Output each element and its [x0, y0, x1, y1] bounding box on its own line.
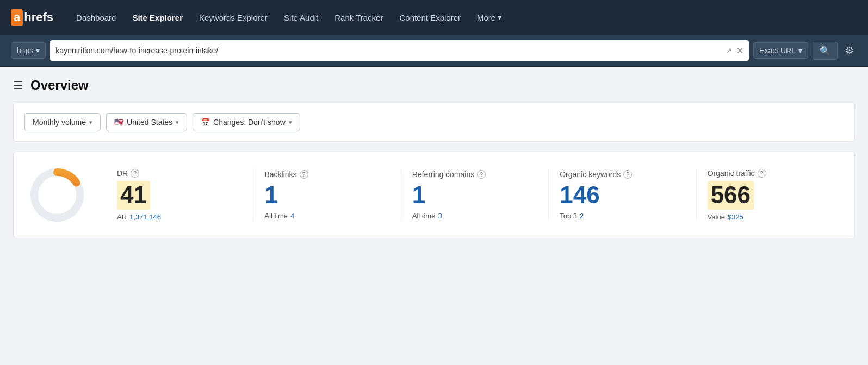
protocol-chevron: ▾ — [36, 46, 40, 55]
changes-chevron: ▾ — [289, 119, 292, 126]
backlinks-sub-value[interactable]: 4 — [290, 212, 294, 220]
monthly-volume-chevron: ▾ — [89, 119, 92, 126]
dr-help-icon[interactable]: ? — [131, 169, 139, 178]
country-label: United States — [127, 118, 172, 127]
dr-sub: AR 1,371,146 — [117, 213, 242, 221]
dr-sub-label: AR — [117, 213, 127, 221]
nav-content-explorer[interactable]: Content Explorer — [392, 9, 468, 27]
referring-domains-label: Referring domains ? — [412, 170, 537, 179]
url-input-wrap: ↗ ✕ — [50, 40, 749, 61]
nav-more[interactable]: More ▾ — [469, 8, 510, 27]
organic-traffic-sub-label: Value — [708, 213, 725, 221]
nav-site-audit[interactable]: Site Audit — [276, 9, 326, 27]
nav-keywords-explorer[interactable]: Keywords Explorer — [191, 9, 275, 27]
main-content: ☰ Overview Monthly volume ▾ 🇺🇸 United St… — [0, 67, 868, 249]
organic-keywords-sub-value[interactable]: 2 — [580, 212, 584, 220]
search-mode-dropdown[interactable]: Exact URL ▾ — [753, 42, 808, 59]
organic-keywords-help-icon[interactable]: ? — [623, 170, 632, 179]
organic-traffic-sub: Value $325 — [708, 213, 833, 221]
referring-domains-help-icon[interactable]: ? — [477, 170, 486, 179]
monthly-volume-label: Monthly volume — [33, 118, 86, 127]
country-chevron: ▾ — [176, 119, 179, 126]
metrics-card: DR ? 41 AR 1,371,146 Backlinks ? 1 All t… — [13, 152, 855, 238]
organic-traffic-value[interactable]: 566 — [708, 181, 754, 209]
dr-label: DR ? — [117, 169, 242, 178]
referring-domains-sub: All time 3 — [412, 212, 537, 220]
settings-icon[interactable]: ⚙ — [842, 45, 857, 56]
dr-donut-chart — [27, 165, 87, 225]
search-button[interactable]: 🔍 — [813, 42, 838, 60]
organic-keywords-metric: Organic keywords ? 146 Top 3 2 — [549, 170, 696, 219]
search-bar: https ▾ ↗ ✕ Exact URL ▾ 🔍 ⚙ — [0, 35, 868, 67]
dr-value[interactable]: 41 — [117, 181, 150, 209]
country-filter[interactable]: 🇺🇸 United States ▾ — [106, 113, 187, 131]
logo-a: a — [11, 9, 23, 26]
url-input[interactable] — [55, 46, 726, 55]
organic-traffic-label: Organic traffic ? — [708, 169, 833, 178]
dr-donut-wrap — [24, 165, 90, 225]
organic-keywords-sub: Top 3 2 — [560, 212, 685, 220]
nav-dashboard[interactable]: Dashboard — [69, 9, 123, 27]
organic-traffic-help-icon[interactable]: ? — [758, 169, 766, 178]
organic-traffic-sub-value[interactable]: $325 — [728, 213, 743, 221]
dr-metric: DR ? 41 AR 1,371,146 — [106, 169, 253, 221]
backlinks-sub-label: All time — [264, 212, 288, 220]
protocol-value: https — [17, 46, 33, 55]
logo[interactable]: a hrefs — [11, 9, 53, 26]
organic-keywords-label: Organic keywords ? — [560, 170, 685, 179]
clear-icon[interactable]: ✕ — [736, 46, 743, 56]
changes-label: Changes: Don't show — [213, 118, 286, 127]
nav-rank-tracker[interactable]: Rank Tracker — [327, 9, 390, 27]
nav-site-explorer[interactable]: Site Explorer — [125, 9, 190, 27]
organic-traffic-metric: Organic traffic ? 566 Value $325 — [697, 169, 844, 221]
backlinks-help-icon[interactable]: ? — [300, 170, 308, 179]
referring-domains-sub-value[interactable]: 3 — [438, 212, 442, 220]
referring-domains-metric: Referring domains ? 1 All time 3 — [401, 170, 549, 219]
referring-domains-value[interactable]: 1 — [412, 182, 537, 208]
backlinks-sub: All time 4 — [264, 212, 389, 220]
search-mode-chevron: ▾ — [798, 46, 802, 55]
nav-items: Dashboard Site Explorer Keywords Explore… — [69, 8, 857, 27]
search-mode-label: Exact URL — [759, 46, 796, 55]
changes-filter[interactable]: 📅 Changes: Don't show ▾ — [193, 113, 300, 131]
referring-domains-sub-label: All time — [412, 212, 436, 220]
organic-keywords-sub-label: Top 3 — [560, 212, 577, 220]
protocol-dropdown[interactable]: https ▾ — [11, 42, 46, 59]
hamburger-icon[interactable]: ☰ — [13, 79, 23, 92]
overview-header: ☰ Overview — [13, 78, 855, 93]
logo-hrefs: hrefs — [24, 10, 53, 24]
page-title: Overview — [30, 78, 89, 93]
country-flag: 🇺🇸 — [114, 118, 123, 127]
changes-icon: 📅 — [201, 118, 210, 127]
navigation: a hrefs Dashboard Site Explorer Keywords… — [0, 0, 868, 35]
external-link-icon[interactable]: ↗ — [726, 46, 732, 55]
filters-bar: Monthly volume ▾ 🇺🇸 United States ▾ 📅 Ch… — [13, 103, 855, 142]
backlinks-metric: Backlinks ? 1 All time 4 — [253, 170, 401, 219]
monthly-volume-filter[interactable]: Monthly volume ▾ — [24, 113, 101, 131]
backlinks-label: Backlinks ? — [264, 170, 389, 179]
backlinks-value[interactable]: 1 — [264, 182, 389, 208]
organic-keywords-value[interactable]: 146 — [560, 182, 685, 208]
dr-ar-value[interactable]: 1,371,146 — [129, 213, 161, 221]
